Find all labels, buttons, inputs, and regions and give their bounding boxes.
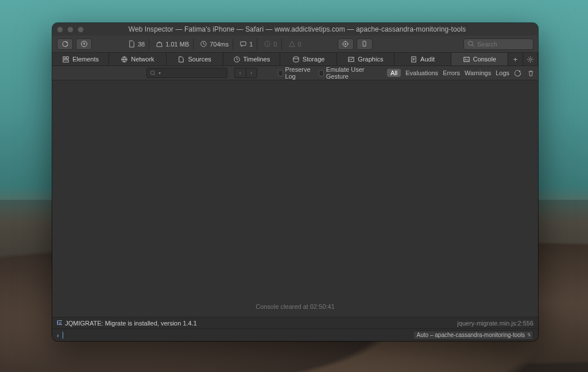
message-icon <box>239 40 247 48</box>
clear-console-button[interactable] <box>527 69 535 77</box>
filter-all[interactable]: All <box>387 69 401 77</box>
svg-rect-11 <box>63 60 68 62</box>
resources-count: 38 <box>138 41 145 48</box>
time-chip[interactable]: 704ms <box>196 38 233 50</box>
tab-network[interactable]: Network <box>109 53 166 65</box>
titlebar[interactable]: Web Inspector — Fatima's iPhone — Safari… <box>52 23 538 36</box>
tab-storage[interactable]: Storage <box>280 53 337 65</box>
minimize-button[interactable] <box>67 26 74 33</box>
console-cleared-message: Console cleared at 02:50:41 <box>52 303 538 317</box>
tab-elements[interactable]: Elements <box>52 53 109 65</box>
tab-label: Timelines <box>243 56 270 63</box>
tabbar: Elements Network Sources Timelines Stora… <box>52 53 538 66</box>
tab-label: Audit <box>420 56 435 63</box>
time-value: 704ms <box>210 41 229 48</box>
checkbox-icon <box>319 70 324 76</box>
new-tab-button[interactable]: + <box>508 53 523 65</box>
svg-rect-2 <box>241 42 246 46</box>
svg-point-8 <box>469 41 473 45</box>
settings-button[interactable] <box>523 53 538 65</box>
device-button[interactable] <box>357 38 373 50</box>
preserve-label: Preserve Log <box>285 66 314 80</box>
download-icon <box>80 40 88 48</box>
tab-audit[interactable]: Audit <box>394 53 451 65</box>
search-icon <box>467 40 475 48</box>
global-search[interactable] <box>463 38 533 50</box>
filter-nav: ‹ › <box>234 68 257 78</box>
weight-icon <box>156 40 163 48</box>
warning-icon <box>288 40 296 48</box>
chevron-down-icon: ▾ <box>158 71 161 76</box>
next-button[interactable]: › <box>246 68 257 78</box>
reload-icon <box>61 40 69 48</box>
log-message: JQMIGRATE: Migrate is installed, version… <box>65 320 457 327</box>
info-chip[interactable]: 0 <box>260 38 281 50</box>
log-level-icon: IΞ <box>57 320 62 326</box>
log-source-link[interactable]: jquery-migrate.min.js:2:556 <box>457 320 533 327</box>
tab-label: Elements <box>72 56 99 63</box>
svg-point-14 <box>293 56 299 59</box>
svg-rect-10 <box>67 56 69 59</box>
tab-label: Storage <box>303 56 325 63</box>
trash-icon <box>527 69 535 77</box>
device-icon <box>361 40 368 48</box>
window-title: Web Inspector — Fatima's iPhone — Safari… <box>84 25 510 33</box>
tab-console[interactable]: Console <box>451 53 508 65</box>
search-input[interactable] <box>477 41 523 48</box>
web-inspector-window: Web Inspector — Fatima's iPhone — Safari… <box>52 23 538 341</box>
elements-icon <box>62 56 69 63</box>
reload-button[interactable] <box>57 38 73 50</box>
close-button[interactable] <box>57 26 63 33</box>
storage-icon <box>292 56 300 63</box>
requests-value: 1 <box>249 41 253 48</box>
console-output[interactable]: Console cleared at 02:50:41 <box>52 80 538 317</box>
svg-point-19 <box>150 71 154 74</box>
filter-warnings[interactable]: Warnings <box>465 69 491 76</box>
requests-chip[interactable]: 1 <box>235 38 257 50</box>
inspect-element-button[interactable] <box>338 38 354 50</box>
svg-point-7 <box>364 45 365 46</box>
emulate-gesture-toggle[interactable]: Emulate User Gesture <box>319 66 374 80</box>
execution-context-selector[interactable]: Auto – apache-cassandra-monitoring-tools <box>413 331 533 340</box>
status-metrics: 38 1.01 MB 704ms 1 0 0 <box>124 38 305 50</box>
timelines-icon <box>233 56 241 63</box>
sources-icon <box>177 56 185 63</box>
checkbox-icon <box>278 70 283 76</box>
console-filter-input[interactable]: ▾ <box>146 68 227 78</box>
tab-graphics[interactable]: Graphics <box>337 53 394 65</box>
svg-rect-9 <box>63 56 65 59</box>
info-value: 0 <box>273 41 277 48</box>
toolbar: 38 1.01 MB 704ms 1 0 0 <box>52 36 538 53</box>
size-chip[interactable]: 1.01 MB <box>152 38 194 50</box>
clock-icon <box>200 40 207 48</box>
console-filterbar: ▾ ‹ › Preserve Log Emulate User Gesture … <box>52 66 538 80</box>
filter-evaluations[interactable]: Evaluations <box>405 69 438 76</box>
search-icon <box>150 70 156 76</box>
filter-errors[interactable]: Errors <box>443 69 460 76</box>
document-icon <box>128 40 136 48</box>
network-icon <box>121 56 128 63</box>
tab-timelines[interactable]: Timelines <box>223 53 280 65</box>
info-icon <box>264 40 271 48</box>
prev-button[interactable]: ‹ <box>234 68 246 78</box>
warnings-value: 0 <box>298 41 301 48</box>
tab-sources[interactable]: Sources <box>167 53 223 65</box>
chevron-left-icon: ‹ <box>239 70 241 76</box>
zoom-button[interactable] <box>78 26 84 33</box>
filter-logs[interactable]: Logs <box>496 69 509 76</box>
resources-chip[interactable]: 38 <box>124 38 149 50</box>
svg-point-5 <box>345 43 346 44</box>
tab-label: Network <box>131 56 154 63</box>
console-prompt[interactable]: › Auto – apache-cassandra-monitoring-too… <box>52 328 538 341</box>
log-entry[interactable]: IΞ JQMIGRATE: Migrate is installed, vers… <box>52 317 538 328</box>
prompt-caret-icon: › <box>57 332 59 339</box>
audit-icon <box>410 56 417 63</box>
reload-console-button[interactable] <box>514 69 521 77</box>
warnings-chip[interactable]: 0 <box>284 38 305 50</box>
tab-label: Graphics <box>358 56 383 63</box>
tab-label: Sources <box>188 56 211 63</box>
preserve-log-toggle[interactable]: Preserve Log <box>278 66 314 80</box>
context-label: Auto – apache-cassandra-monitoring-tools <box>417 332 525 338</box>
size-value: 1.01 MB <box>165 41 189 48</box>
download-button[interactable] <box>76 38 92 50</box>
